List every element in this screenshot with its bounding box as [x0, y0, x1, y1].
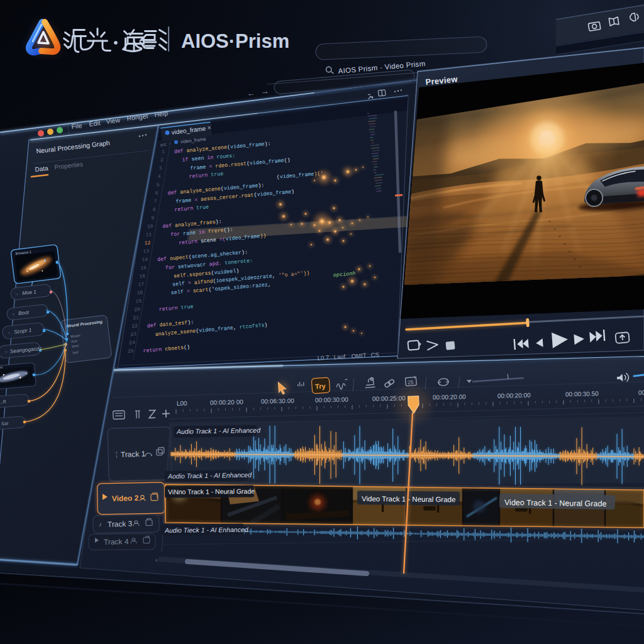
svg-text:AIOS·Prism: AIOS·Prism	[181, 30, 289, 52]
svg-text:12: 12	[144, 240, 151, 246]
svg-text:00:00:30:00: 00:00:30:00	[315, 396, 349, 404]
svg-text:Video Track 1 - Neural Grade: Video Track 1 - Neural Grade	[504, 498, 607, 508]
svg-text:00:00:30.50: 00:00:30.50	[565, 390, 599, 397]
svg-text:tturt: tturt	[71, 339, 78, 343]
svg-text:File: File	[71, 121, 82, 130]
svg-text:Laof: Laof	[333, 353, 346, 360]
svg-text:L0.7: L0.7	[317, 354, 329, 362]
svg-text:Track 4: Track 4	[104, 537, 129, 547]
svg-text:00:00:20:00: 00:00:20:00	[497, 392, 531, 399]
svg-text:Audio Track 1 - AI Enhanced: Audio Track 1 - AI Enhanced	[176, 426, 261, 435]
svg-text:←: ←	[247, 88, 255, 98]
svg-text:Try: Try	[315, 382, 326, 390]
svg-text:20: 20	[134, 306, 141, 313]
svg-text:7: 7	[153, 198, 157, 204]
svg-text:→: →	[260, 86, 269, 96]
svg-text:○: ○	[4, 350, 8, 354]
svg-text:♪: ♪	[99, 521, 102, 528]
svg-text:ViNno Track 1 - Neural Grade: ViNno Track 1 - Neural Grade	[168, 487, 255, 496]
svg-text:¦: ¦	[116, 450, 118, 458]
svg-text:13: 13	[143, 248, 150, 254]
svg-text:15: 15	[140, 265, 147, 271]
svg-text:tust: tust	[72, 350, 79, 355]
svg-text:1: 1	[162, 148, 165, 154]
svg-text:8: 8	[152, 206, 156, 212]
svg-text:src: src	[160, 142, 167, 148]
svg-text:24: 24	[129, 340, 136, 346]
svg-text:L00: L00	[177, 400, 187, 407]
svg-text:21: 21	[133, 314, 140, 321]
svg-text:4: 4	[157, 174, 161, 179]
svg-text:25: 25	[128, 348, 135, 354]
svg-text:10: 10	[147, 223, 153, 230]
svg-text:18: 18	[136, 289, 143, 296]
svg-text:Video 2: Video 2	[112, 494, 139, 503]
svg-text:Track 1: Track 1	[121, 450, 146, 459]
svg-text:Track 3: Track 3	[108, 519, 133, 529]
svg-text:22: 22	[131, 323, 138, 329]
svg-text:16: 16	[139, 273, 146, 279]
svg-text:2: 2	[160, 157, 164, 162]
svg-text:‹: ‹	[155, 556, 158, 564]
svg-text:9: 9	[151, 215, 155, 221]
svg-text:z Sat: z Sat	[0, 420, 9, 426]
svg-text:Aodio Track 1 - AI Enhanced: Aodio Track 1 - AI Enhanced	[167, 471, 252, 480]
svg-text:Edit: Edit	[89, 119, 101, 128]
svg-text:6: 6	[155, 190, 158, 196]
svg-text:Audio Tieck 1 - AI Enhanced: Audio Tieck 1 - AI Enhanced	[164, 526, 249, 534]
svg-text:14: 14	[142, 257, 148, 263]
svg-text:00:00:20.00: 00:00:20.00	[433, 393, 467, 401]
svg-text:00:: 00:	[638, 389, 644, 396]
svg-text:00:06:30.00: 00:06:30.00	[261, 397, 295, 405]
svg-text:17: 17	[138, 281, 145, 287]
svg-text:5: 5	[156, 182, 160, 187]
svg-text:25: 25	[408, 379, 414, 386]
svg-text:11: 11	[145, 231, 152, 238]
svg-text:19: 19	[135, 298, 142, 304]
svg-text:3: 3	[159, 165, 163, 170]
svg-text:00:00:20 00: 00:00:20 00	[210, 398, 244, 406]
svg-text:23: 23	[130, 331, 137, 337]
svg-text:..R: ..R	[0, 399, 7, 405]
svg-text:OMIT: OMIT	[351, 352, 367, 360]
